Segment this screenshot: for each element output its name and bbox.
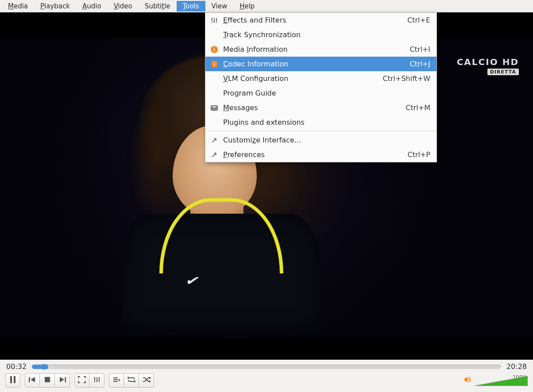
menu-item-label: Track Synchronization (223, 31, 417, 39)
next-button[interactable] (55, 373, 70, 388)
menu-item-label: Media Information (223, 45, 396, 54)
menu-item-label: Program Guide (223, 89, 417, 97)
info-icon: i (210, 46, 219, 53)
svg-marker-24 (119, 379, 120, 381)
svg-marker-26 (134, 380, 136, 383)
speaker-icon[interactable] (463, 375, 472, 386)
menubar: MediaPlaybackAudioVideoSubtitleToolsView… (0, 0, 533, 12)
pause-button[interactable] (5, 373, 20, 388)
info-icon: i (210, 61, 219, 68)
menu-item-accel: Ctrl+I (401, 45, 430, 54)
menu-item-accel: Ctrl+J (401, 60, 430, 68)
menu-playback[interactable]: Playback (34, 1, 76, 12)
svg-marker-27 (149, 377, 151, 379)
volume-control[interactable]: 100% (463, 374, 528, 387)
menu-item-label: Customize Interface... (223, 136, 417, 144)
stop-button[interactable] (40, 373, 55, 388)
svg-rect-19 (96, 380, 97, 381)
menu-item-media-information[interactable]: iMedia InformationCtrl+I (205, 42, 436, 57)
menu-item-codec-information[interactable]: iCodec InformationCtrl+J (205, 57, 436, 71)
menu-item-accel: Ctrl+E (398, 16, 430, 24)
messages-icon (210, 105, 219, 111)
fullscreen-icon (78, 376, 86, 385)
menu-item-effects-and-filters[interactable]: Effects and FiltersCtrl+E (205, 13, 436, 27)
menu-media[interactable]: Media (2, 1, 34, 12)
menu-item-label: VLM Configuration (223, 74, 370, 83)
menu-item-accel: Ctrl+P (398, 150, 430, 159)
next-icon (58, 377, 66, 384)
shuffle-button[interactable] (139, 373, 154, 388)
volume-slider[interactable] (475, 375, 528, 387)
shuffle-icon (142, 377, 151, 384)
svg-rect-4 (214, 21, 215, 22)
svg-marker-28 (149, 380, 151, 383)
blank-icon (210, 118, 219, 127)
menu-item-label: Codec Information (223, 60, 396, 68)
svg-rect-3 (212, 19, 213, 19)
pause-icon (9, 376, 16, 385)
menu-help[interactable]: Help (233, 1, 261, 12)
blank-icon (210, 31, 219, 39)
menu-subtitle[interactable]: Subtitle (139, 1, 177, 12)
broadcast-channel: CALCIO HD (457, 57, 519, 67)
loop-button[interactable] (124, 373, 139, 388)
menu-separator (205, 131, 436, 131)
prev-icon (28, 377, 36, 384)
fullscreen-button[interactable] (74, 373, 89, 388)
control-toolbar: 100% (0, 372, 533, 392)
menu-video[interactable]: Video (108, 1, 139, 12)
blank-icon (210, 74, 219, 83)
wrench-icon (210, 151, 219, 158)
svg-rect-9 (14, 376, 15, 383)
control-group-playlist (109, 373, 154, 388)
time-total: 20:28 (506, 362, 527, 371)
loop-icon (127, 377, 136, 384)
menu-item-accel: Ctrl+Shift+W (374, 74, 430, 83)
svg-rect-5 (216, 19, 217, 20)
menu-item-program-guide[interactable]: Program Guide (205, 86, 436, 100)
seek-knob[interactable] (40, 364, 48, 369)
svg-marker-13 (60, 377, 64, 382)
brand-swoosh: ✔ (185, 273, 196, 288)
control-group-play (5, 373, 20, 388)
seek-row: 00:32 20:28 (0, 360, 533, 372)
wrench-icon (210, 137, 219, 144)
menu-item-customize-interface[interactable]: Customize Interface... (205, 133, 436, 147)
svg-rect-12 (45, 377, 50, 382)
menu-item-label: Preferences (223, 150, 394, 159)
svg-rect-14 (65, 377, 66, 382)
menu-view[interactable]: View (205, 1, 234, 12)
menu-item-label: Plugins and extensions (223, 118, 417, 127)
svg-rect-20 (98, 378, 100, 379)
menu-tools[interactable]: Tools (177, 1, 205, 12)
ext-sliders-icon (93, 376, 101, 385)
menu-item-vlm-configuration[interactable]: VLM ConfigurationCtrl+Shift+W (205, 71, 436, 86)
menu-item-preferences[interactable]: PreferencesCtrl+P (205, 147, 436, 162)
stop-icon (44, 377, 50, 384)
ext-settings-button[interactable] (89, 373, 104, 388)
blank-icon (210, 89, 219, 97)
menu-item-plugins-and-extensions[interactable]: Plugins and extensions (205, 115, 436, 130)
time-elapsed: 00:32 (6, 362, 27, 371)
svg-rect-8 (10, 376, 12, 383)
menu-item-label: Messages (223, 104, 392, 112)
sliders-icon (210, 17, 219, 24)
control-group-view (74, 373, 104, 388)
seek-bar[interactable] (32, 365, 501, 369)
svg-rect-18 (94, 378, 95, 379)
svg-marker-25 (127, 377, 129, 379)
menu-item-label: Effects and Filters (223, 16, 394, 24)
playlist-icon (112, 377, 120, 384)
playlist-button[interactable] (109, 373, 124, 388)
svg-rect-10 (29, 377, 30, 382)
prev-button[interactable] (25, 373, 40, 388)
control-group-nav (25, 373, 70, 388)
svg-marker-11 (31, 377, 35, 382)
broadcast-badge: CALCIO HD DIRETTA (457, 57, 519, 75)
menu-item-messages[interactable]: MessagesCtrl+M (205, 100, 436, 115)
menu-item-track-synchronization[interactable]: Track Synchronization (205, 27, 436, 42)
menu-audio[interactable]: Audio (76, 1, 108, 12)
tools-menu-dropdown[interactable]: Effects and FiltersCtrl+E Track Synchron… (205, 12, 437, 162)
broadcast-live-tag: DIRETTA (487, 69, 519, 75)
menu-item-accel: Ctrl+M (397, 104, 430, 112)
